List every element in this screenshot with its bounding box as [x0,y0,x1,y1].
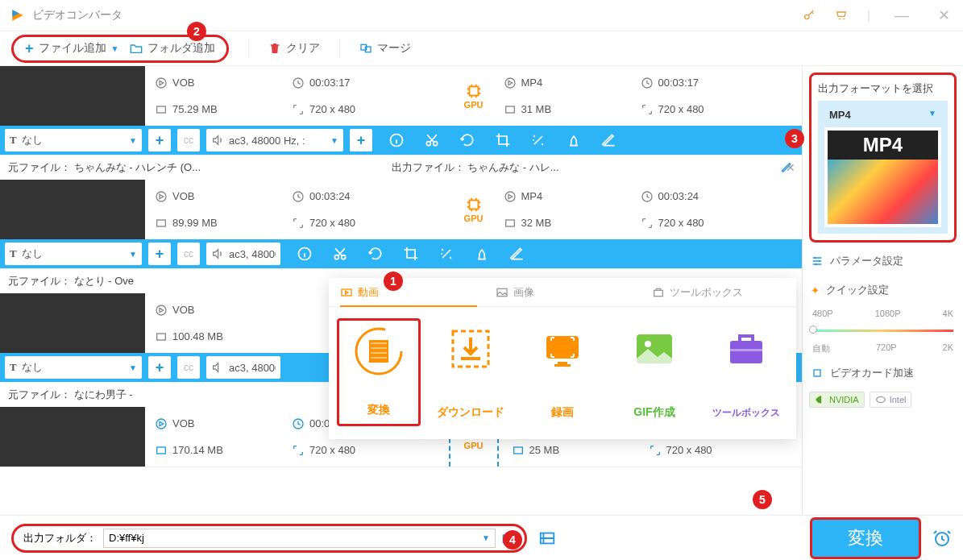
remove-item-button[interactable]: ✕ [786,161,795,174]
gpu-accel-label: ビデオカード加速 [830,366,914,380]
thumbnail[interactable] [0,180,145,239]
thumbnail[interactable] [0,293,145,353]
cc-button[interactable]: cc [177,356,200,379]
video-icon [340,286,353,299]
crop-icon[interactable] [495,132,511,148]
subtitle-select[interactable]: Tなし▼ [5,243,142,265]
rotate-icon[interactable] [459,132,475,148]
tab-tools[interactable]: ツールボックス [641,285,796,300]
add-subtitle-button[interactable]: + [148,356,171,379]
intel-badge[interactable]: Intel [870,392,912,408]
card-record[interactable]: 録画 [521,318,604,426]
subtitle-select[interactable]: Tなし▼ [5,356,142,379]
mode-popup: 動画 画像 ツールボックス 変換 ダウンロード 録画 GIF作成 ツールボックス… [329,278,796,439]
card-gif[interactable]: GIF作成 [612,318,696,426]
effect-icon[interactable] [530,132,546,148]
svg-rect-24 [157,334,166,340]
cc-button[interactable]: cc [177,129,200,151]
subtitle-value: なし [22,247,43,261]
out-size: 25 MB [529,444,560,456]
add-audio-button[interactable]: + [350,129,372,151]
out-duration: 00:03:24 [658,190,699,202]
cut-icon[interactable] [332,246,348,262]
svg-rect-5 [157,106,166,113]
size-icon [155,330,168,343]
crop-icon[interactable] [403,246,419,262]
rotate-icon[interactable] [367,246,384,262]
res-icon [292,444,305,457]
close-button[interactable]: ✕ [933,6,955,24]
tab-video[interactable]: 動画 [329,285,484,300]
nvidia-badge[interactable]: NVIDIA [809,392,865,408]
tab-image[interactable]: 画像 [484,285,640,300]
subtitle-value: なし [22,133,43,147]
format-icon [155,304,168,317]
quick-settings: ✦クイック設定 [809,280,957,301]
gpu-icon [465,82,483,100]
gpu-label: GPU [464,214,484,223]
size-icon [504,217,517,230]
card-download[interactable]: ダウンロード [429,318,513,426]
open-output-button[interactable] [538,529,556,547]
out-size: 31 MB [521,103,552,115]
add-subtitle-button[interactable]: + [148,243,171,265]
edit-icon[interactable] [601,132,617,148]
minimize-button[interactable]: — [890,7,914,24]
src-res: 720 x 480 [309,217,355,229]
merge-button[interactable]: マージ [359,41,411,56]
out-duration: 00:03:17 [658,77,699,89]
out-title: 出力ファイル： ちゃんみな - ハレ... [392,160,775,175]
add-folder-button[interactable]: フォルダ追加 [130,41,215,56]
res-icon [641,103,654,116]
clock-icon [641,77,654,89]
format-icon [504,77,517,89]
alarm-icon[interactable] [932,529,952,548]
audio-value: ac3, 48000 Hz, : [229,135,305,147]
src-format: VOB [172,417,194,429]
clock-icon [292,190,305,203]
add-subtitle-button[interactable]: + [148,129,171,151]
cart-icon[interactable] [835,9,848,22]
clear-button[interactable]: クリア [268,41,320,56]
format-icon [155,77,168,89]
quality-slider[interactable] [812,328,953,333]
watermark-icon[interactable] [474,246,490,262]
audio-select[interactable]: ac3, 48000 Hz, : [206,243,280,265]
convert-button[interactable]: 変換 [810,517,921,559]
thumbnail[interactable] [0,407,145,467]
thumbnail[interactable] [0,66,145,126]
edit-icon[interactable] [509,246,525,262]
list-item: VOB 00:03:17 75.29 MB 720 x 480 GPU MP4 … [0,66,802,156]
clear-label: クリア [286,41,320,56]
svg-rect-16 [469,201,478,209]
cc-button[interactable]: cc [177,243,200,265]
subtitle-select[interactable]: T なし ▼ [5,129,142,151]
folder-icon [130,43,143,54]
tab-video-label: 動画 [358,285,379,300]
info-icon[interactable] [388,132,405,148]
audio-select[interactable]: ac3, 48000 [206,356,280,379]
format-selector[interactable]: MP4▼ MP4 [818,101,948,234]
card-convert[interactable]: 変換 [337,318,421,426]
watermark-icon[interactable] [566,132,582,148]
audio-select[interactable]: ac3, 48000 Hz, : ▼ [206,129,343,151]
effect-icon[interactable] [438,246,455,262]
svg-point-13 [156,192,166,201]
key-icon[interactable] [803,9,816,22]
svg-point-7 [505,78,515,88]
output-path-input[interactable]: D:¥ff¥kj▼ [103,529,496,548]
card-label: 変換 [367,403,390,417]
src-title: 元ファイル： なとり - Ove [8,274,134,288]
param-settings[interactable]: パラメータ設定 [809,251,957,272]
merge-label: マージ [377,41,411,56]
svg-rect-36 [342,289,351,296]
format-selected: MP4 [829,109,851,121]
card-toolbox[interactable]: ツールボックス [704,318,788,426]
cut-icon[interactable] [424,132,440,148]
card-label: 録画 [551,405,574,420]
add-file-button[interactable]: + ファイル追加 ▼ [25,40,118,57]
svg-point-48 [645,341,651,347]
output-folder-group: 出力フォルダ： D:¥ff¥kj▼ [11,524,527,553]
badge-2: 2 [187,22,206,41]
info-icon[interactable] [297,246,313,262]
